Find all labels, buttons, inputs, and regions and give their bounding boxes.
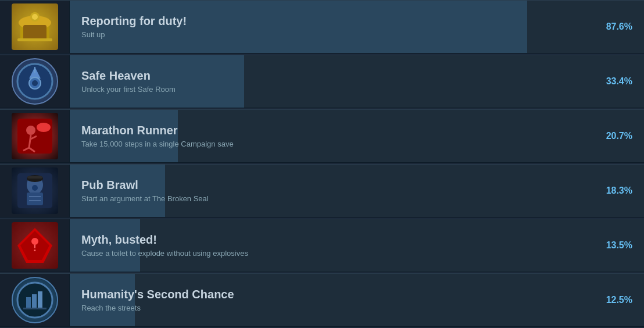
achievement-content-safe-heaven: Safe HeavenUnlock your first Safe Room	[70, 55, 592, 108]
achievement-icon-marathon-runner	[12, 113, 58, 159]
achievement-row-reporting-for-duty[interactable]: Reporting for duty!Suit up87.6%	[0, 0, 644, 54]
svg-point-29	[31, 238, 38, 245]
svg-rect-22	[27, 176, 42, 179]
achievement-percent-reporting-for-duty: 87.6%	[592, 22, 644, 32]
svg-rect-20	[27, 192, 43, 205]
achievement-row-marathon-runner[interactable]: Marathon RunnerTake 15,000 steps in a si…	[0, 109, 644, 163]
achievement-icon-wrapper-humanitys-second-chance	[0, 274, 70, 326]
achievement-icon-wrapper-reporting-for-duty	[0, 1, 70, 53]
achievement-title-marathon-runner: Marathon Runner	[81, 124, 580, 137]
achievement-desc-marathon-runner: Take 15,000 steps in a single Campaign s…	[81, 140, 580, 148]
svg-rect-31	[26, 297, 31, 309]
svg-rect-33	[38, 291, 42, 309]
achievement-content-marathon-runner: Marathon RunnerTake 15,000 steps in a si…	[70, 110, 592, 162]
achievement-title-myth-busted: Myth, busted!	[81, 233, 580, 247]
achievement-icon-pub-brawl	[12, 167, 58, 214]
achievement-icon-wrapper-myth-busted: !	[0, 219, 70, 272]
achievement-title-humanitys-second-chance: Humanity's Second Chance	[81, 288, 580, 301]
achievement-content-reporting-for-duty: Reporting for duty!Suit up	[70, 1, 592, 53]
svg-rect-32	[32, 294, 37, 309]
achievement-desc-pub-brawl: Start an argument at The Broken Seal	[81, 194, 580, 203]
achievement-title-pub-brawl: Pub Brawl	[81, 179, 580, 192]
svg-point-17	[37, 123, 51, 132]
achievement-title-reporting-for-duty: Reporting for duty!	[81, 15, 580, 28]
achievement-icon-safe-heaven	[12, 58, 58, 105]
achievement-icon-wrapper-pub-brawl	[0, 165, 70, 217]
svg-rect-5	[17, 38, 52, 41]
achievement-content-pub-brawl: Pub BrawlStart an argument at The Broken…	[70, 165, 592, 217]
svg-point-23	[32, 185, 38, 191]
achievement-desc-safe-heaven: Unlock your first Safe Room	[81, 85, 580, 94]
achievement-icon-myth-busted: !	[12, 222, 58, 269]
achievement-title-safe-heaven: Safe Heaven	[81, 69, 580, 83]
achievements-list: Reporting for duty!Suit up87.6% Safe Hea…	[0, 0, 644, 327]
achievement-percent-pub-brawl: 18.3%	[592, 186, 644, 196]
achievement-content-myth-busted: Myth, busted!Cause a toilet to explode w…	[70, 219, 592, 272]
achievement-row-safe-heaven[interactable]: Safe HeavenUnlock your first Safe Room33…	[0, 55, 644, 108]
achievement-row-pub-brawl[interactable]: Pub BrawlStart an argument at The Broken…	[0, 164, 644, 218]
achievement-icon-humanitys-second-chance	[12, 277, 58, 323]
svg-rect-34	[23, 308, 46, 309]
achievement-percent-humanitys-second-chance: 12.5%	[592, 295, 644, 305]
achievement-desc-humanitys-second-chance: Reach the streets	[81, 304, 580, 312]
achievement-percent-myth-busted: 13.5%	[592, 240, 644, 251]
achievement-desc-reporting-for-duty: Suit up	[81, 30, 580, 39]
achievement-content-humanitys-second-chance: Humanity's Second ChanceReach the street…	[70, 274, 592, 326]
achievement-icon-wrapper-marathon-runner	[0, 110, 70, 162]
svg-point-4	[32, 14, 38, 20]
svg-point-12	[26, 126, 35, 135]
achievement-row-myth-busted[interactable]: ! Myth, busted!Cause a toilet to explode…	[0, 219, 644, 272]
achievement-desc-myth-busted: Cause a toilet to explode without using …	[81, 249, 580, 258]
achievement-row-humanitys-second-chance[interactable]: Humanity's Second ChanceReach the street…	[0, 273, 644, 327]
svg-point-9	[32, 80, 38, 86]
achievement-percent-safe-heaven: 33.4%	[592, 76, 644, 87]
svg-rect-2	[23, 25, 46, 40]
achievement-percent-marathon-runner: 20.7%	[592, 131, 644, 141]
achievement-icon-reporting-for-duty	[12, 3, 58, 50]
achievement-icon-wrapper-safe-heaven	[0, 55, 70, 108]
